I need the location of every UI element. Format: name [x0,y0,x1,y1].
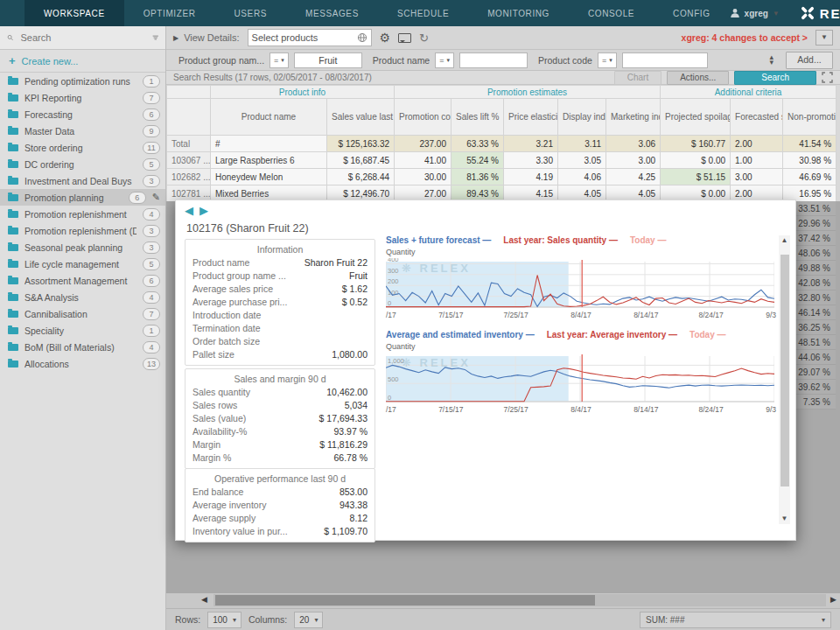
results-bar: Search Results (17 rows, 02/05/2017 - 08… [166,71,840,85]
folder-icon [8,311,18,318]
edit-pencil-icon[interactable]: ✎ [152,192,160,203]
actions-button[interactable]: Actions... [667,71,729,85]
columns-select[interactable]: 20 ▾ [294,612,323,628]
add-filter-button[interactable]: Add... [786,52,833,69]
gear-icon[interactable]: ⚙ [380,32,391,44]
view-details[interactable]: ▶ View Details: [173,32,240,43]
sum-select[interactable]: SUM: ### ▾ [640,612,831,628]
filter-input-product-code[interactable] [622,52,708,68]
column-header-projected-spoilage-next-two-weeks[interactable]: Projected spoilage next two weeks [661,99,731,136]
sidebar-item-investment-and-deal-buys[interactable]: Investment and Deal Buys3 [0,172,165,189]
sidebar-item-cannibalisation[interactable]: Cannibalisation7 [0,305,165,322]
column-header-product-name[interactable]: Product name [211,99,327,136]
scroll-up-icon[interactable]: ▲ [779,235,790,246]
nav-tab-config[interactable]: CONFIG [654,0,730,26]
sidebar-item-forecasting[interactable]: Forecasting6 [0,106,165,122]
sidebar-item-seasonal-peak-planning[interactable]: Seasonal peak planning3 [0,239,165,256]
popup-scrollbar[interactable]: ▲ ▼ [779,235,790,524]
scrollbar-track[interactable] [214,594,826,606]
collapse-panel-button[interactable]: ▼ [816,30,833,46]
scrollbar-thumb[interactable] [215,595,595,606]
sidebar-item-bom-bill-of-materials[interactable]: BoM (Bill of Materials)4 [0,339,165,355]
column-header-empty[interactable] [167,99,211,136]
search-input[interactable] [19,32,147,44]
scroll-down-icon[interactable]: ▼ [779,514,790,524]
nav-tab-workspace[interactable]: WORKSPACE [24,0,124,26]
sidebar-item-promotion-replenishment-dcs[interactable]: Promotion replenishment (DCs)3 [0,222,165,239]
results-table[interactable]: Product infoPromotion estimatesAdditiona… [166,85,836,202]
operator-value: = [274,56,278,65]
chevron-down-icon: ▾ [609,57,612,64]
panel-row: Margin$ 11,816.29 [192,438,368,452]
sidebar-item-label: DC ordering [24,159,136,170]
nav-tab-optimizer[interactable]: OPTIMIZER [124,0,215,26]
nav-tab-console[interactable]: CONSOLE [569,0,654,26]
scroll-right-icon[interactable]: ▶ [830,595,836,604]
field-label: Margin % [192,452,333,465]
filter-input-product-group-nam[interactable] [294,52,362,68]
nav-tab-monitoring[interactable]: MONITORING [468,0,569,26]
column-header-non-promotion-margin[interactable]: Non-promotion margin % [783,99,836,136]
rows-select[interactable]: 100 ▾ [207,612,242,628]
create-new-button[interactable]: + Create new... [0,50,165,73]
cell: 1.00 [731,152,783,169]
chart-button[interactable]: Chart [614,71,662,85]
sidebar-item-master-data[interactable]: Master Data9 [0,122,165,139]
filter-operator-select[interactable]: =▾ [598,52,617,68]
next-product-button[interactable]: ▶ [200,204,208,217]
cell: 3.00 [606,152,661,169]
search-button[interactable]: Search [734,71,816,85]
folder-icon [8,144,18,151]
column-header-promotion-count[interactable]: Promotion count [395,99,452,136]
column-header-display-index[interactable]: Display index [558,99,606,136]
horizontal-scrollbar[interactable]: ◀ ▶ [166,593,840,608]
sidebar-item-s-a-analysis[interactable]: S&A Analysis4 [0,289,165,305]
sidebar-item-life-cycle-management[interactable]: Life cycle management5 [0,256,165,272]
scroll-left-icon[interactable]: ◀ [201,595,207,604]
sidebar-item-pending-optimization-runs[interactable]: Pending optimization runs1 [0,73,165,89]
column-header-forecasted-supply-days[interactable]: Forecasted supply (days) [731,99,783,136]
panel-title: Operative performance last 90 d [192,472,368,486]
comment-icon[interactable] [398,33,411,43]
fullscreen-icon[interactable] [822,72,833,83]
table-row[interactable]: 103067 ...Large Raspberries 6$ 16,687.45… [167,152,836,169]
column-header-sales-value-last-months[interactable]: Sales value last months [327,99,395,136]
sidebar-item-speciality[interactable]: Speciality1 [0,322,165,339]
sidebar-item-assortment-management[interactable]: Assortment Management6 [0,272,165,289]
folder-icon [8,261,18,268]
folder-icon [8,161,18,168]
table-row[interactable]: 102682 ...Honeydew Melon$ 6,268.4430.008… [167,169,836,186]
sidebar-item-allocations[interactable]: Allocations13 [0,355,165,372]
scrollbar-thumb[interactable] [780,255,789,486]
sidebar-item-promotion-replenishment[interactable]: Promotion replenishment4 [0,206,165,222]
item-count-badge: 3 [143,225,160,237]
field-label: Sales quantity [192,386,326,399]
filter-input-product-name[interactable] [459,52,528,68]
changes-to-accept-link[interactable]: xgreg: 4 changes to accept > [682,32,808,43]
sidebar-item-kpi-reporting[interactable]: KPI Reporting7 [0,89,165,106]
filter-icon[interactable] [152,33,159,42]
filter-spinner[interactable]: ▴▾ [769,55,774,65]
filter-operator-select[interactable]: =▾ [435,52,454,68]
relex-watermark: ❋ RELEX [402,356,471,369]
filter-operator-select[interactable]: =▾ [270,52,289,68]
nav-tab-users[interactable]: USERS [215,0,286,26]
column-group-additional-criteria: Additional criteria [661,86,836,99]
prev-product-button[interactable]: ◀ [185,204,193,217]
nav-tab-schedule[interactable]: SCHEDULE [378,0,468,26]
nav-tab-messages[interactable]: MESSAGES [286,0,378,26]
column-header-sales-lift[interactable]: Sales lift % [452,99,504,136]
sidebar-item-dc-ordering[interactable]: DC ordering5 [0,156,165,172]
cell: 41.00 [395,152,452,169]
field-value: 93.97 % [333,425,368,438]
column-header-marketing-index[interactable]: Marketing index [606,99,661,136]
item-count-badge: 3 [143,175,160,187]
column-header-price-elasticity-index[interactable]: Price elasticity index [504,99,558,136]
user-menu[interactable]: xgreg ▼ [730,8,780,18]
sidebar-item-promotion-planning[interactable]: Promotion planning6✎ [0,189,165,206]
sidebar-item-label: Cannibalisation [24,309,136,319]
select-products-dropdown[interactable]: Select products [248,29,372,46]
refresh-icon[interactable]: ↻ [419,32,429,44]
sidebar-item-store-ordering[interactable]: Store ordering11 [0,139,165,156]
table-row[interactable]: Total#$ 125,163.32237.0063.33 %3.213.113… [167,136,836,152]
